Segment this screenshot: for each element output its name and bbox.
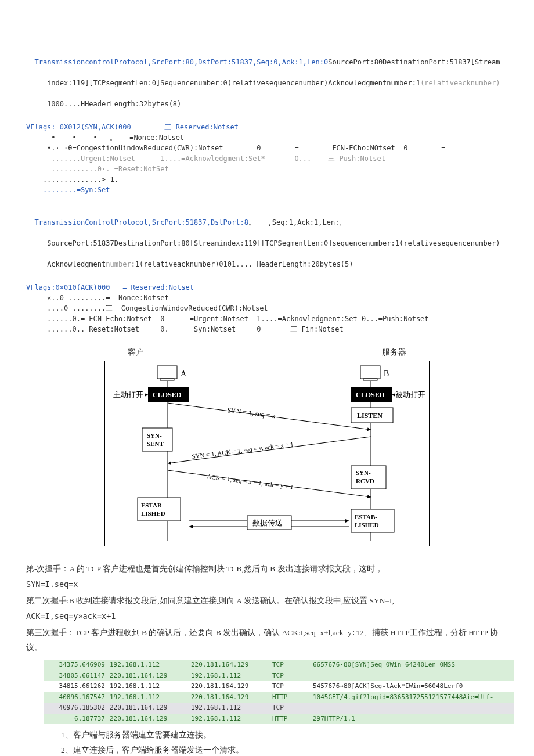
tcp2-line2: SourcePort:51837DestinationPort:80[Strea… — [34, 239, 500, 247]
tcp2-cwr: ....0 ........三 CongestionWindowReduced(… — [26, 304, 268, 312]
svg-rect-13 — [142, 428, 172, 451]
label-A: A — [181, 369, 187, 378]
svg-rect-19 — [138, 498, 181, 521]
tcp1-syn: ........=Syn:Set — [26, 186, 110, 194]
packet-proto: TCP — [270, 671, 311, 682]
svg-rect-2 — [360, 366, 380, 379]
svg-text:SENT: SENT — [147, 440, 164, 447]
packet-proto: TCP — [270, 681, 311, 692]
packet-src: 220.181.164.129 — [107, 703, 189, 714]
svg-text:RCVD: RCVD — [356, 477, 374, 484]
tcp1-urgent: .......Urgent:Notset 1....=Acknowledgmen… — [26, 154, 385, 163]
para2b: ACK=I,seq=y»ack=x+1 — [26, 609, 508, 624]
tcp2-nonce: «..0 .........= Nonce:Notset — [26, 294, 169, 302]
tcp2-line1b: 。 ,Seq:1,Ack:1,Len: — [248, 218, 340, 226]
packet-time: 34805.661147 — [44, 671, 107, 682]
para3: 第三次握手：TCP 客户进程收到 B 的确认后，还要向 B 发出确认，确认 AC… — [26, 625, 508, 655]
packet-proto: TCP — [270, 660, 311, 671]
packet-src: 192.168.1.112 — [107, 692, 189, 703]
packet-dst: 220.181.164.129 — [189, 692, 270, 703]
closed-a: CLOSED — [153, 391, 182, 399]
packet-src: 192.168.1.112 — [107, 660, 189, 671]
tcp1-line2b: (relativeacknumber) — [420, 79, 500, 87]
packet-info: 1045GET/4.gif?logid=8365317255121577448A… — [311, 692, 514, 703]
listen: LISTEN — [357, 412, 383, 420]
step-2: 2、建立连接后，客户端给服务器端发送一个清求。 — [26, 743, 508, 756]
svg-text:LISHED: LISHED — [355, 521, 379, 528]
tcp-block-1: TransmissioncontrolProtocol,SrcPort:80,D… — [26, 46, 508, 109]
tcp1-line1a: TransmissioncontrolProtocol,SrcPort:80,D… — [34, 58, 328, 66]
active-open: 主动打开 — [113, 390, 143, 399]
packet-row: 6.187737220.181.164.129192.168.1.112HTTP… — [44, 714, 514, 725]
packet-row: 40976.1853O2220.181.164.129192.168.1.112… — [44, 703, 514, 714]
server-label: 服务器 — [382, 346, 406, 358]
tcp1-line2: index:119][TCPsegmentLen:0]Sequencenumbe… — [34, 79, 420, 87]
label-B: B — [384, 369, 389, 378]
packet-dst: 22O.181.164.129 — [189, 681, 270, 692]
packet-info — [311, 671, 514, 682]
svg-rect-22 — [351, 509, 394, 532]
svg-rect-1 — [160, 379, 174, 380]
tcp2-reset: ......0..=Reset:Notset 0. =Syn:Notset 0 … — [26, 325, 344, 333]
tcp2-flags-title: VFlags:0×010(ACK)000 = Reserved:Notset — [26, 283, 194, 291]
packet-time: 40976.1853O2 — [44, 703, 107, 714]
para1b: SYN=I.seq=x — [26, 577, 508, 592]
tcp1-reset: ...........0·. =Reset:NotSet — [26, 165, 169, 173]
packet-time: 34375.6469O9 — [44, 660, 107, 671]
packet-info — [311, 703, 514, 714]
tcp-block-2: TransmissionControlProtocol,SrcPort:5183… — [26, 207, 508, 269]
tcp1-cwr: •.· ·θ=CongestionUindowReduced(CWR):Nots… — [26, 144, 445, 152]
packet-dst: 192.168.1.112 — [189, 671, 270, 682]
tcp2-line1c: 。 — [339, 218, 346, 226]
tcp1-line1b: SourcePort:80DestinationPort:51837[Strea… — [328, 58, 500, 66]
http-steps-list: 1、客户端与服务器端建立需要建立连接。 2、建立连接后，客户端给服务器端发送一个… — [26, 728, 508, 756]
tcp-handshake-diagram: 客户 服务器 A B CLOSED 主动打开 CLOSED 被动打开 LISTE… — [104, 346, 430, 550]
packet-time: 40896.167547 — [44, 692, 107, 703]
closed-b: CLOSED — [356, 391, 385, 399]
packet-row: 34815.661262192.168.1.11222O.181.164.129… — [44, 681, 514, 692]
svg-text:ESTAB-: ESTAB- — [355, 513, 377, 520]
packet-info: 6657676·80[SYN]Seq=0Win=64240Len=0MSS=- — [311, 660, 514, 671]
packet-src: 192.168.1.112 — [107, 681, 189, 692]
client-label: 客户 — [128, 346, 144, 358]
packet-dst: 220.181.164.129 — [189, 660, 270, 671]
svg-marker-8 — [145, 393, 148, 397]
packet-info: 297HTTP/1.1 — [311, 714, 514, 725]
packet-proto: HTTP — [270, 692, 311, 703]
packet-proto: TCP — [270, 703, 311, 714]
tcp1-flags-title: VFlags: 0X012(SYN,ACK)000 三 Reserved:Not… — [26, 123, 239, 131]
packet-src: 220.181.164.129 — [107, 714, 189, 725]
svg-rect-0 — [157, 366, 177, 379]
packet-time: 6.187737 — [44, 714, 107, 725]
packet-info: 5457676→80[ACK]Seg-lAck*IWin=66048Lerf0 — [311, 681, 514, 692]
packet-dst: 192.168.1.112 — [189, 714, 270, 725]
packet-src: 220.181.164.129 — [107, 671, 189, 682]
passive-open: 被动打开 — [395, 390, 425, 399]
svg-text:ESTAB-: ESTAB- — [141, 502, 164, 509]
msg-syn2: SYN = 1, ACK = 1, seq = y, ack = x + 1 — [192, 441, 294, 460]
svg-text:SYN-: SYN- — [147, 432, 162, 439]
svg-rect-3 — [363, 379, 377, 380]
tcp1-dots: ..............> 1. — [26, 175, 118, 183]
tcp2-ecn: ......0.= ECN-Echo:Notset 0 =Urgent:Nots… — [26, 315, 429, 323]
data-transfer: 数据传送 — [252, 519, 283, 527]
step-1: 1、客户端与服务器端建立需要建立连接。 — [26, 728, 508, 743]
packet-row: 40896.167547192.168.1.112220.181.164.129… — [44, 692, 514, 703]
svg-marker-11 — [392, 393, 395, 397]
packet-time: 34815.661262 — [44, 681, 107, 692]
tcp2-line1a: TransmissionControlProtocol,SrcPort:5183… — [34, 218, 248, 226]
packet-row: 34375.6469O9192.168.1.112220.181.164.129… — [44, 660, 514, 671]
tcp1-nonce: • • • 。 =Nonce:Notset — [26, 134, 184, 142]
packet-proto: HTTP — [270, 714, 311, 725]
para2: 第二次握手:B 收到连接请求报文段后,如同意建立连接,则向 A 发送确认。在确认… — [26, 593, 508, 609]
para1: 第-次握手：A 的 TCP 客户进程也是首先创建传输控制块 TCB,然后向 B … — [26, 561, 508, 577]
tcp2-flags: VFlags:0×010(ACK)000 = Reserved:Notset «… — [26, 272, 508, 334]
packet-row: 34805.661147220.181.164.129192.168.1.112… — [44, 671, 514, 682]
packet-table: 34375.6469O9192.168.1.112220.181.164.129… — [44, 660, 514, 724]
msg-ack3: ACK = 1, seq = x + 1, ack = y + 1 — [207, 473, 294, 490]
svg-text:LISHED: LISHED — [141, 510, 165, 517]
tcp2-line3: Acknowledgmentnumber:1(relativeacknumber… — [34, 260, 353, 268]
handshake-svg: A B CLOSED 主动打开 CLOSED 被动打开 LISTEN SYN- … — [104, 361, 430, 546]
svg-text:SYN-: SYN- — [356, 469, 371, 476]
msg-syn1: SYN = 1, seq = x — [227, 406, 276, 420]
